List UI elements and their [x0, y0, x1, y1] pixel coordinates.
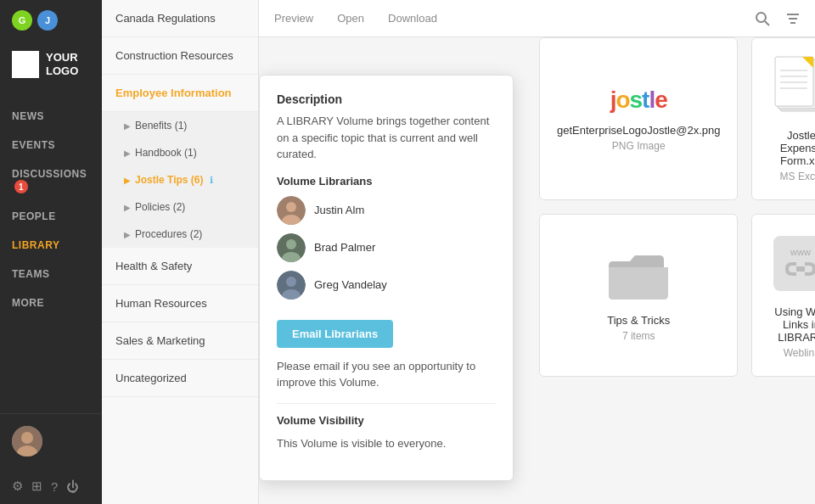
sub-item-jostle-tips[interactable]: ▶ Jostle Tips (6) ℹ	[102, 166, 258, 193]
sidebar-item-discussions[interactable]: DISCUSSIONS1	[0, 160, 102, 202]
librarian-avatar-brad	[277, 233, 306, 262]
power-icon[interactable]: ⏻	[66, 479, 79, 494]
email-librarians-button[interactable]: Email Librarians	[277, 320, 393, 348]
sidebar-item-people[interactable]: PEOPLE	[0, 202, 102, 231]
sub-item-policies[interactable]: ▶ Policies (2)	[102, 193, 258, 221]
sidebar2-canada-regulations[interactable]: Canada Regulations	[102, 0, 258, 37]
svg-line-4	[765, 21, 769, 25]
info-icon: ℹ	[210, 175, 213, 186]
sidebar-item-teams[interactable]: TEAMS	[0, 260, 102, 288]
weblink-icon: www	[769, 232, 815, 295]
librarian-avatar-justin	[277, 196, 306, 225]
sidebar-item-events[interactable]: EVENTS	[0, 131, 102, 160]
folder-icon	[604, 249, 672, 304]
svg-point-12	[286, 239, 296, 249]
chevron-icon: ▶	[124, 121, 131, 131]
card-folder[interactable]: Tips & Tricks 7 items	[539, 214, 738, 377]
expense-form-icon	[772, 55, 815, 119]
popup-description-title: Description	[277, 92, 496, 106]
equalizer-icon[interactable]: ⊞	[31, 479, 42, 494]
svg-point-15	[286, 277, 296, 287]
sidebar2-health-safety[interactable]: Health & Safety	[102, 248, 258, 285]
sidebar-icons-bottom: ⚙ ⊞ ? ⏻	[0, 468, 102, 504]
discussions-badge: 1	[14, 180, 28, 193]
content-area: Description A LIBRARY Volume brings toge…	[259, 37, 815, 504]
svg-point-1	[21, 432, 33, 444]
second-sidebar: Canada Regulations Construction Resource…	[102, 0, 259, 504]
filter-icon[interactable]	[784, 10, 801, 27]
sidebar2-uncategorized[interactable]: Uncategorized	[102, 360, 258, 397]
sidebar-item-news[interactable]: NEWS	[0, 102, 102, 131]
card-weblink-title: Using Web Links in LIBRARY	[769, 305, 815, 344]
chevron-icon: ▶	[124, 203, 131, 212]
help-icon[interactable]: ?	[51, 479, 58, 494]
svg-point-9	[286, 202, 296, 212]
sub-item-handbook[interactable]: ▶ Handbook (1)	[102, 139, 258, 166]
sidebar-nav: NEWS EVENTS DISCUSSIONS1 PEOPLE LIBRARY …	[0, 93, 102, 413]
card-weblink[interactable]: www Using Web Links in LIBRARY Weblink	[751, 214, 815, 377]
sidebar-item-library[interactable]: LIBRARY	[0, 231, 102, 260]
user-avatar[interactable]	[12, 426, 42, 456]
sub-item-procedures[interactable]: ▶ Procedures (2)	[102, 221, 258, 248]
content-grid: jostle getEnterpriseLogoJostle@2x.png PN…	[539, 37, 798, 377]
sub-items-employee: ▶ Benefits (1) ▶ Handbook (1) ▶ Jostle T…	[102, 112, 258, 248]
card-weblink-subtitle: Weblink	[784, 347, 815, 359]
sidebar-logo: YOURLOGO	[0, 36, 102, 93]
svg-point-3	[756, 13, 766, 22]
card-folder-subtitle: 7 items	[622, 330, 655, 342]
circle-g[interactable]: G	[12, 10, 32, 31]
popup-visibility-title: Volume Visibility	[277, 414, 496, 427]
popup-divider	[277, 403, 496, 404]
chevron-icon: ▶	[124, 230, 131, 239]
popup-visibility-text: This Volume is visible to everyone.	[277, 435, 496, 452]
librarian-avatar-greg	[277, 271, 306, 300]
popup-note: Please email if you see an opportunity t…	[277, 358, 496, 391]
topbar-open[interactable]: Open	[335, 8, 366, 28]
svg-text:www: www	[790, 247, 812, 257]
librarian-name-brad: Brad Palmer	[314, 241, 375, 254]
main: Preview Open Download Description	[259, 0, 815, 504]
sidebar2-construction-resources[interactable]: Construction Resources	[102, 37, 258, 75]
sidebar-bottom	[0, 413, 102, 468]
svg-rect-19	[775, 57, 813, 106]
sub-item-benefits[interactable]: ▶ Benefits (1)	[102, 112, 258, 139]
topbar-download[interactable]: Download	[386, 8, 439, 28]
logo-box	[12, 51, 39, 78]
popup-description-text: A LIBRARY Volume brings together content…	[277, 113, 496, 163]
chevron-icon: ▶	[124, 148, 131, 158]
topbar-right	[754, 10, 801, 27]
topbar-preview[interactable]: Preview	[273, 8, 315, 28]
sidebar2-sales-marketing[interactable]: Sales & Marketing	[102, 322, 258, 360]
circle-j[interactable]: J	[37, 10, 58, 31]
librarian-item-justin: Justin Alm	[277, 196, 496, 225]
librarian-item-brad: Brad Palmer	[277, 233, 496, 262]
info-popup: Description A LIBRARY Volume brings toge…	[259, 75, 514, 481]
librarian-name-greg: Greg Vandelay	[314, 278, 387, 291]
librarian-item-greg: Greg Vandelay	[277, 271, 496, 300]
card-jostle-logo-title: getEnterpriseLogoJostle@2x.png	[557, 124, 720, 137]
search-icon[interactable]	[754, 10, 771, 27]
card-folder-title: Tips & Tricks	[607, 314, 670, 327]
popup-librarians-title: Volume Librarians	[277, 175, 496, 188]
librarian-name-justin: Justin Alm	[314, 204, 364, 216]
card-expense-form-subtitle: MS Excel	[780, 171, 815, 182]
card-jostle-logo-png[interactable]: jostle getEnterpriseLogoJostle@2x.png PN…	[539, 37, 738, 200]
card-expense-form[interactable]: Jostle Expense Form.xls MS Excel	[751, 37, 815, 200]
sidebar: G J YOURLOGO NEWS EVENTS DISCUSSIONS1 PE…	[0, 0, 102, 504]
jostle-logo-icon: jostle	[610, 87, 667, 114]
sidebar2-employee-information[interactable]: Employee Information	[102, 75, 258, 112]
logo-text: YOURLOGO	[46, 51, 78, 77]
logo-circles: G J	[0, 0, 102, 36]
topbar: Preview Open Download	[259, 0, 815, 37]
sidebar2-human-resources[interactable]: Human Resources	[102, 285, 258, 322]
svg-rect-31	[796, 266, 805, 272]
chevron-icon: ▶	[124, 176, 131, 185]
card-jostle-logo-subtitle: PNG Image	[612, 140, 666, 152]
sidebar-item-more[interactable]: MORE	[0, 288, 102, 317]
settings-icon[interactable]: ⚙	[12, 479, 23, 494]
card-expense-form-title: Jostle Expense Form.xls	[769, 129, 815, 167]
